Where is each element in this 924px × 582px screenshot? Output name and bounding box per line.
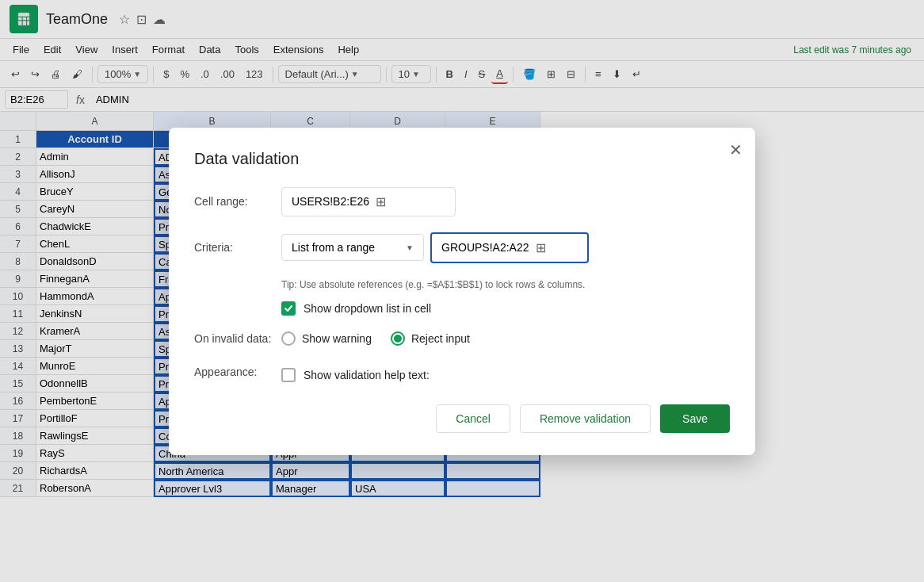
- on-invalid-row: On invalid data: Show warning Reject inp…: [194, 331, 730, 346]
- cell-range-value: USERS!B2:E26: [292, 195, 369, 208]
- dialog-actions: Cancel Remove validation Save: [194, 404, 730, 433]
- reject-input-radio[interactable]: [391, 331, 405, 346]
- save-button[interactable]: Save: [660, 404, 730, 433]
- criteria-row: Criteria: List from a range ▼ GROUPS!A2:…: [194, 232, 730, 263]
- show-dropdown-row: Show dropdown list in cell: [281, 301, 730, 316]
- dialog-title: Data validation: [194, 150, 730, 168]
- criteria-controls: List from a range ▼ GROUPS!A2:A22 ⊞: [281, 232, 589, 263]
- appearance-label: Appearance:: [194, 366, 281, 378]
- help-text-checkbox[interactable]: [281, 368, 296, 382]
- range-grid-icon[interactable]: ⊞: [376, 194, 386, 209]
- show-warning-radio-group[interactable]: Show warning: [281, 331, 372, 346]
- reject-input-label: Reject input: [411, 332, 470, 345]
- show-dropdown-checkbox[interactable]: [281, 301, 296, 316]
- criteria-chevron: ▼: [406, 243, 414, 252]
- cell-range-input[interactable]: USERS!B2:E26 ⊞: [281, 187, 456, 216]
- cancel-button[interactable]: Cancel: [436, 404, 510, 433]
- radio-filled-inner: [394, 335, 402, 343]
- criteria-type-select[interactable]: List from a range ▼: [281, 234, 424, 261]
- appearance-controls: Show validation help text:: [281, 368, 430, 382]
- tip-text: Tip: Use absolute references (e.g. =$A$1…: [281, 279, 730, 290]
- show-warning-radio[interactable]: [281, 331, 296, 346]
- show-dropdown-label: Show dropdown list in cell: [304, 302, 431, 315]
- criteria-range-input[interactable]: GROUPS!A2:A22 ⊞: [430, 232, 589, 263]
- criteria-label: Criteria:: [194, 241, 281, 254]
- appearance-row: Appearance: Show validation help text:: [194, 362, 730, 382]
- show-help-label: Show validation help text:: [304, 369, 430, 381]
- radio-group: Show warning Reject input: [281, 331, 470, 346]
- criteria-type-value: List from a range: [292, 241, 375, 254]
- show-warning-label: Show warning: [302, 332, 372, 345]
- criteria-range-value: GROUPS!A2:A22: [441, 241, 529, 254]
- dialog-overlay: Data validation ✕ Cell range: USERS!B2:E…: [0, 0, 924, 582]
- dialog-close-button[interactable]: ✕: [729, 140, 743, 159]
- criteria-range-grid-icon[interactable]: ⊞: [536, 240, 546, 255]
- cell-range-row: Cell range: USERS!B2:E26 ⊞: [194, 187, 730, 216]
- on-invalid-label: On invalid data:: [194, 332, 281, 345]
- remove-validation-button[interactable]: Remove validation: [520, 404, 651, 433]
- reject-input-radio-group[interactable]: Reject input: [391, 331, 470, 346]
- cell-range-label: Cell range:: [194, 195, 281, 208]
- data-validation-dialog: Data validation ✕ Cell range: USERS!B2:E…: [169, 128, 755, 455]
